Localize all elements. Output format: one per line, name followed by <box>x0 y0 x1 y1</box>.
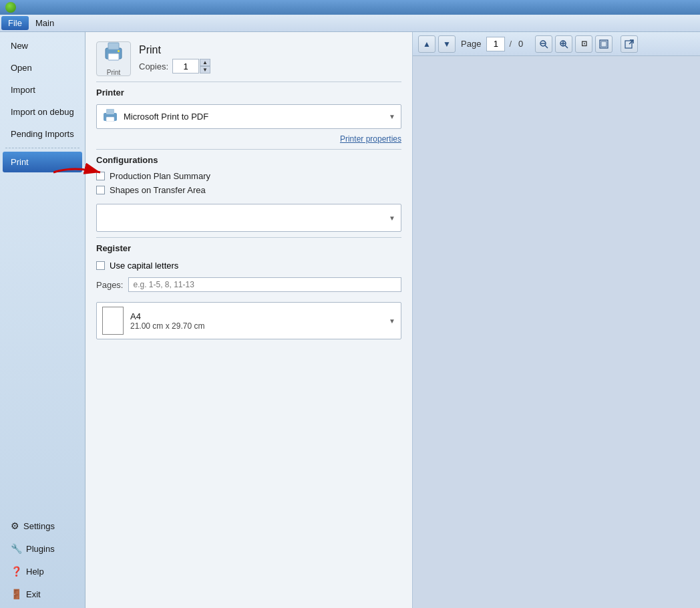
paper-dimensions: 21.00 cm x 29.70 cm <box>130 321 204 331</box>
pages-input[interactable] <box>128 277 401 292</box>
printer-dropdown[interactable]: Microsoft Print to PDF ▼ <box>96 104 401 129</box>
copies-spinner: ▲ ▼ <box>200 59 210 73</box>
print-icon-box: Print <box>96 41 131 76</box>
copies-input[interactable] <box>172 59 199 73</box>
pages-label: Pages: <box>96 280 123 290</box>
config-extra-dropdown[interactable]: ▼ <box>96 204 401 232</box>
production-plan-label: Production Plan Summary <box>110 171 210 181</box>
preview-body <box>413 56 700 608</box>
print-title: Print <box>139 44 210 56</box>
printer-properties-link[interactable]: Printer properties <box>85 134 412 149</box>
print-nav-label: Print <box>11 157 29 167</box>
page-separator: / <box>509 39 512 49</box>
exit-label: Exit <box>26 589 41 599</box>
app-icon <box>5 2 16 13</box>
copies-row: Copies: ▲ ▼ <box>139 59 210 73</box>
sidebar: New Open Import Import on debug Pending … <box>0 32 85 608</box>
total-pages-text: 0 <box>518 39 523 49</box>
prev-page-btn[interactable]: ▲ <box>418 35 435 53</box>
paper-preview-icon <box>102 307 124 335</box>
sidebar-item-import[interactable]: Import <box>3 80 82 100</box>
sidebar-divider <box>5 148 79 148</box>
exit-icon: 🚪 <box>11 589 22 599</box>
svg-rect-16 <box>601 41 606 47</box>
copies-up-btn[interactable]: ▲ <box>200 59 210 66</box>
configurations-section-label: Configurations <box>85 150 412 169</box>
sidebar-item-help[interactable]: ❓ Help <box>3 561 82 582</box>
import-label: Import <box>11 85 35 95</box>
printer-name-text: Microsoft Print to PDF <box>124 112 389 122</box>
shapes-transfer-checkbox[interactable] <box>96 186 105 194</box>
sidebar-item-settings[interactable]: ⚙ Settings <box>3 515 82 537</box>
help-label: Help <box>26 567 44 577</box>
import-debug-label: Import on debug <box>11 107 74 117</box>
help-icon: ❓ <box>11 566 22 577</box>
svg-rect-3 <box>108 53 119 60</box>
menu-item-main[interactable]: Main <box>29 16 61 30</box>
next-page-btn[interactable]: ▼ <box>438 35 456 53</box>
open-label: Open <box>11 63 32 73</box>
svg-rect-7 <box>106 117 114 122</box>
zoom-out-btn[interactable] <box>535 35 552 53</box>
shapes-transfer-label: Shapes on Transfer Area <box>110 185 206 195</box>
page-label-text: Page <box>461 39 481 49</box>
use-capital-letters-item: Use capital letters <box>85 257 412 274</box>
copies-label: Copies: <box>139 61 168 71</box>
sidebar-item-open[interactable]: Open <box>3 57 82 78</box>
svg-line-9 <box>545 45 548 48</box>
svg-rect-6 <box>106 109 114 114</box>
pending-imports-label: Pending Imports <box>11 129 74 139</box>
svg-rect-2 <box>108 43 119 49</box>
sidebar-item-import-debug[interactable]: Import on debug <box>3 102 82 122</box>
config-item-shapes-transfer: Shapes on Transfer Area <box>85 183 412 197</box>
production-plan-checkbox[interactable] <box>96 172 105 180</box>
settings-label: Settings <box>23 521 55 531</box>
menu-bar: File Main <box>0 15 700 32</box>
new-label: New <box>11 41 28 51</box>
export-btn[interactable] <box>621 35 638 53</box>
sidebar-item-pending-imports[interactable]: Pending Imports <box>3 124 82 144</box>
paper-name: A4 <box>130 311 204 321</box>
zoom-in-btn[interactable] <box>555 35 572 53</box>
use-capital-letters-checkbox[interactable] <box>96 261 105 270</box>
sidebar-item-exit[interactable]: 🚪 Exit <box>3 583 82 605</box>
current-page-input[interactable] <box>486 37 505 51</box>
main-layout: New Open Import Import on debug Pending … <box>0 32 700 608</box>
config-extra-dropdown-arrow: ▼ <box>389 214 395 222</box>
menu-item-file[interactable]: File <box>1 16 29 30</box>
printer-icon <box>103 41 124 67</box>
config-item-production-plan: Production Plan Summary <box>85 169 412 183</box>
print-header: Print Print Copies: ▲ ▼ <box>85 32 412 82</box>
paper-dropdown-arrow: ▼ <box>389 317 395 325</box>
plugins-icon: 🔧 <box>11 543 22 554</box>
copies-down-btn[interactable]: ▼ <box>200 66 210 73</box>
register-section-label: Register <box>85 238 412 257</box>
preview-area: ▲ ▼ Page / 0 <box>413 32 700 608</box>
print-icon-label: Print <box>107 69 121 76</box>
sidebar-spacer <box>0 173 85 514</box>
svg-rect-4 <box>118 50 120 52</box>
printer-dropdown-icon <box>102 108 118 125</box>
plugins-label: Plugins <box>26 544 55 554</box>
print-title-area: Print Copies: ▲ ▼ <box>139 44 210 73</box>
fit-width-btn[interactable]: ⊡ <box>575 35 592 53</box>
svg-line-12 <box>565 45 568 48</box>
printer-section-label: Printer <box>85 82 412 102</box>
sidebar-item-plugins[interactable]: 🔧 Plugins <box>3 538 82 559</box>
paper-size-dropdown[interactable]: A4 21.00 cm x 29.70 cm ▼ <box>96 302 401 339</box>
pages-row: Pages: <box>85 274 412 295</box>
sidebar-item-new[interactable]: New <box>3 35 82 56</box>
print-panel: Print Print Copies: ▲ ▼ Printer <box>85 32 413 608</box>
printer-dropdown-arrow: ▼ <box>389 113 395 120</box>
use-capital-letters-label: Use capital letters <box>110 261 178 271</box>
paper-info: A4 21.00 cm x 29.70 cm <box>130 311 204 331</box>
title-bar <box>0 0 700 15</box>
content-split: Print Print Copies: ▲ ▼ Printer <box>85 32 700 608</box>
settings-icon: ⚙ <box>11 520 19 531</box>
sidebar-item-print[interactable]: Print <box>3 152 82 172</box>
preview-toolbar: ▲ ▼ Page / 0 <box>413 32 700 56</box>
fit-page-btn[interactable] <box>595 35 612 53</box>
